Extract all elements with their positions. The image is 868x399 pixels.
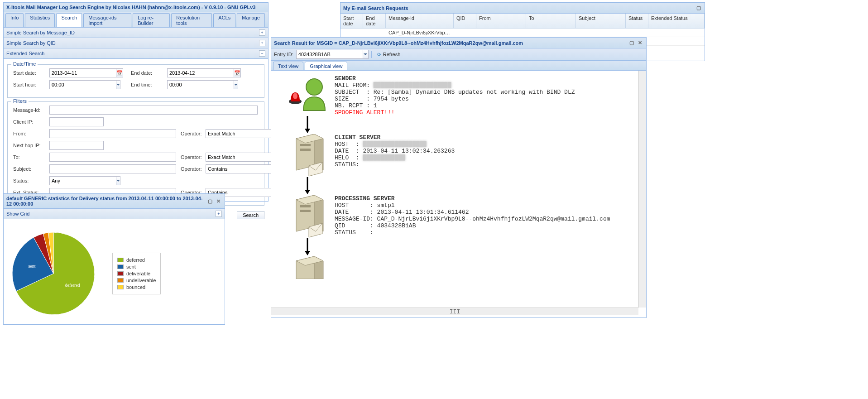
collapse-icon[interactable]: − [259, 50, 265, 57]
tab-text-view[interactable]: Text view [273, 62, 303, 70]
next-hop-ip-input[interactable] [49, 141, 104, 150]
svg-text:sent: sent [28, 264, 35, 269]
svg-point-3 [293, 93, 297, 99]
pie-legend: deferredsentdeliverableundeliverableboun… [112, 253, 161, 294]
arrow-down-icon [280, 116, 335, 134]
title-text: X-Itools Mail Manager Log Search Engine … [6, 5, 255, 10]
expand-icon[interactable]: + [216, 211, 222, 217]
table-row[interactable]: CAP_D-NjrLBvi6jiXKrVbp9L8--ohMz... [340, 29, 705, 37]
from-operator-select[interactable] [206, 129, 272, 138]
accordion-simple-msgid[interactable]: Simple Search by Message_ID + [4, 28, 268, 38]
start-hour-input[interactable] [49, 80, 116, 89]
tab-manage[interactable]: Manage [237, 13, 265, 27]
legend-label: sent [126, 264, 136, 269]
calendar-icon[interactable]: 📅 [234, 68, 241, 77]
legend: Filters [11, 98, 29, 104]
expand-icon[interactable]: + [259, 40, 265, 46]
to-operator-select[interactable] [206, 153, 272, 162]
tab-message-ids-import[interactable]: Message-ids Import [83, 13, 131, 27]
tab-statistics[interactable]: Statistics [25, 13, 55, 27]
end-date-input[interactable] [167, 68, 234, 77]
title-text: Search Result for MSGID = CAP_D-NjrLBvi6… [274, 40, 523, 46]
label: Show Grid [6, 211, 29, 216]
tab-search[interactable]: Search [56, 13, 82, 27]
client-ip-label: Client IP: [13, 119, 49, 125]
legend: Date/Time [11, 61, 38, 67]
expand-icon[interactable]: + [259, 29, 265, 36]
col-message-id[interactable]: Message-id [386, 14, 454, 28]
legend-label: bounced [126, 284, 145, 290]
col-status[interactable]: Status [626, 14, 648, 28]
extended-search-body: Date/Time Start date: 📅 End date: 📅 Star… [4, 59, 268, 206]
sender-icon [280, 75, 335, 111]
calendar-icon[interactable]: 📅 [116, 68, 123, 77]
svg-marker-7 [305, 129, 310, 133]
svg-marker-15 [305, 190, 310, 194]
chevron-down-icon[interactable] [116, 176, 120, 185]
server-icon [280, 256, 335, 279]
from-input[interactable] [49, 129, 176, 138]
col-qid[interactable]: QID [454, 14, 476, 28]
client-ip-input[interactable] [49, 117, 104, 126]
search-button[interactable]: Search [237, 211, 264, 219]
result-title: Search Result for MSGID = CAP_D-NjrLBvi6… [271, 38, 646, 48]
tab-resolution-tools[interactable]: Resolution tools [171, 13, 212, 27]
tab-info[interactable]: Info [5, 13, 24, 27]
maximize-icon[interactable]: ▢ [628, 39, 635, 46]
tab-acls[interactable]: ACLs [213, 13, 235, 27]
tab-graphical-view[interactable]: Graphical view [305, 62, 347, 70]
to-input[interactable] [49, 153, 176, 162]
label: Simple Search by Message_ID [6, 30, 75, 35]
message-id-input[interactable] [49, 106, 258, 115]
main-window-title: X-Itools Mail Manager Log Search Engine … [4, 3, 268, 12]
title-text: default GENERIC statistics for Delivery … [6, 196, 206, 207]
start-date-label: Start date: [13, 70, 49, 76]
chevron-down-icon[interactable] [234, 80, 238, 89]
col-to[interactable]: To [526, 14, 576, 28]
next-hop-ip-label: Next hop IP: [13, 143, 49, 148]
chevron-down-icon[interactable] [363, 50, 369, 59]
arrow-down-icon [280, 177, 335, 195]
start-date-input[interactable] [49, 68, 116, 77]
client-server-text: CLIENT SERVER HOST : ██████████████████ … [335, 134, 637, 168]
col-subject[interactable]: Subject [576, 14, 626, 28]
graphical-view-body: SENDER MAIL FROM: ██████████████████████… [271, 71, 646, 315]
legend-item: undeliverable [117, 278, 156, 283]
chevron-down-icon[interactable] [116, 80, 120, 89]
legend-swatch [117, 271, 124, 276]
message-id-label: Message-id: [13, 107, 49, 113]
accordion-simple-qid[interactable]: Simple Search by QID + [4, 38, 268, 48]
maximize-icon[interactable]: ▢ [206, 198, 213, 205]
main-tabs: Info Statistics Search Message-ids Impor… [4, 12, 268, 28]
server-icon [280, 134, 335, 177]
accordion-extended[interactable]: Extended Search − [4, 48, 268, 59]
close-icon[interactable]: ✕ [215, 198, 222, 205]
col-end-date[interactable]: End date [363, 14, 386, 28]
col-extended-status[interactable]: Extended Status [648, 14, 705, 28]
col-from[interactable]: From [476, 14, 526, 28]
horizontal-scrollbar[interactable]: III [271, 308, 638, 315]
status-select[interactable] [49, 176, 116, 185]
vertical-scrollbar[interactable] [638, 71, 646, 308]
entry-id-label: Entry ID: [274, 52, 293, 57]
svg-rect-12 [300, 149, 311, 151]
maximize-icon[interactable]: ▢ [695, 5, 702, 11]
subject-label: Subject: [13, 166, 49, 172]
svg-text:deferred: deferred [65, 283, 80, 288]
show-grid-header[interactable]: Show Grid + [4, 209, 225, 219]
close-icon[interactable]: ✕ [637, 39, 643, 46]
stats-title: default GENERIC statistics for Delivery … [4, 194, 225, 209]
entry-id-select[interactable] [296, 50, 363, 59]
subject-operator-select[interactable] [206, 164, 272, 173]
col-start-date[interactable]: Start date [340, 14, 363, 28]
svg-rect-19 [300, 205, 311, 207]
server-icon [280, 195, 335, 238]
datetime-fieldset: Date/Time Start date: 📅 End date: 📅 Star… [7, 64, 264, 98]
subject-input[interactable] [49, 164, 176, 173]
end-time-input[interactable] [167, 80, 234, 89]
refresh-button[interactable]: ⟳ Refresh [374, 51, 403, 58]
tab-log-rebuilder[interactable]: Log re-Builder [133, 13, 170, 27]
label: Extended Search [6, 51, 44, 56]
operator-label: Operator: [181, 154, 206, 160]
label: Simple Search by QID [6, 40, 56, 46]
